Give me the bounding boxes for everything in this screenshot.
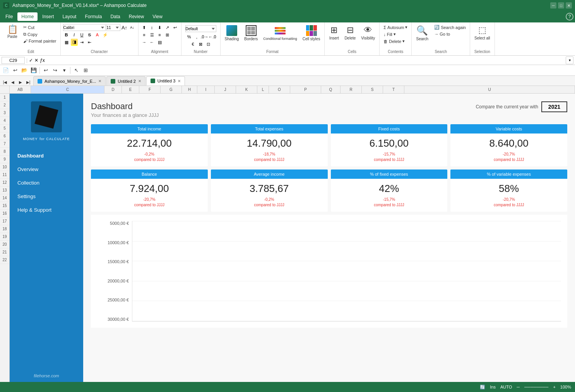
- align-indent-button[interactable]: ⇥: [79, 39, 86, 46]
- font-select[interactable]: Calibri: [63, 24, 106, 31]
- sheet-nav-next[interactable]: ▶: [17, 79, 24, 86]
- sheet-nav-prev[interactable]: ◀: [9, 79, 16, 86]
- cut-button[interactable]: ✂ Cut: [22, 24, 58, 31]
- align-left-button[interactable]: ≡: [141, 31, 148, 38]
- visibility-button[interactable]: 👁 Visibility: [359, 24, 377, 41]
- menu-file[interactable]: File: [2, 12, 17, 21]
- num-misc2[interactable]: ⊡: [205, 41, 212, 48]
- row-22[interactable]: 22: [0, 256, 9, 264]
- menu-formula[interactable]: Formula: [81, 12, 106, 21]
- row-11[interactable]: 11: [0, 171, 9, 179]
- formula-insert-function-button[interactable]: ƒx: [40, 58, 45, 63]
- formula-accept-button[interactable]: ✓: [29, 58, 33, 63]
- conditional-formatting-button[interactable]: Conditional formatting: [261, 24, 299, 42]
- row-15[interactable]: 15: [0, 202, 9, 210]
- delete-button[interactable]: ⊟ Delete: [342, 24, 358, 41]
- text-rotate-button[interactable]: ↗: [164, 24, 171, 31]
- row-10[interactable]: 10: [0, 163, 9, 171]
- row-4[interactable]: 4: [0, 117, 9, 125]
- minus-zoom[interactable]: ─: [517, 385, 520, 389]
- search-button[interactable]: 🔍 Search: [414, 24, 430, 42]
- align-bottom-button[interactable]: ⬇: [156, 24, 163, 31]
- fill-button[interactable]: ↓ Fill ▾: [382, 31, 409, 38]
- toolbar-misc[interactable]: ⊞: [81, 66, 90, 75]
- undo-list-button[interactable]: ▾: [60, 66, 68, 75]
- bold-button[interactable]: B: [63, 31, 70, 38]
- zoom-slider[interactable]: ────────: [524, 385, 548, 389]
- col-q[interactable]: Q: [321, 86, 341, 93]
- col-r[interactable]: R: [341, 86, 362, 93]
- col-f[interactable]: F: [139, 86, 161, 93]
- align-middle-button[interactable]: ↕: [149, 24, 156, 31]
- row-18[interactable]: 18: [0, 225, 9, 233]
- tab-close-untitled3[interactable]: ✕: [178, 79, 181, 83]
- row-5[interactable]: 5: [0, 125, 9, 132]
- shading-button[interactable]: Shading: [223, 24, 241, 42]
- sheet-nav-last[interactable]: ▶|: [25, 79, 32, 86]
- menu-home[interactable]: Home: [17, 12, 38, 21]
- paste-button[interactable]: 📋 Paste: [4, 24, 21, 40]
- menu-insert[interactable]: Insert: [38, 12, 58, 21]
- row-17[interactable]: 17: [0, 217, 9, 225]
- minimize-button[interactable]: ─: [550, 2, 556, 9]
- row-12[interactable]: 12: [0, 179, 9, 187]
- col-d[interactable]: D: [104, 86, 122, 93]
- col-p[interactable]: P: [290, 86, 321, 93]
- go-to-button[interactable]: → Go to: [433, 31, 467, 37]
- row-9[interactable]: 9: [0, 156, 9, 163]
- indent-less-button[interactable]: ←: [149, 39, 156, 46]
- select-all-button[interactable]: ⬚ Select all: [472, 24, 492, 41]
- menu-view[interactable]: View: [149, 12, 166, 21]
- row-6[interactable]: 6: [0, 132, 9, 140]
- row-19[interactable]: 19: [0, 233, 9, 241]
- indent-more-button[interactable]: →: [141, 39, 148, 46]
- sidebar-nav-settings[interactable]: Settings: [10, 190, 83, 203]
- save-button[interactable]: 💾: [29, 66, 38, 75]
- tab-untitled3[interactable]: Untitled 3 ✕: [146, 76, 185, 86]
- font-size-select[interactable]: 11: [106, 24, 120, 31]
- redo-button[interactable]: ↪: [51, 66, 59, 75]
- sidebar-nav-help[interactable]: Help & Support: [10, 203, 83, 217]
- sheet-nav-first[interactable]: |◀: [2, 79, 9, 86]
- strikethrough-button[interactable]: S: [86, 31, 93, 38]
- copy-button[interactable]: ⧉ Copy: [22, 31, 58, 38]
- autosum-button[interactable]: Σ Autosum ▾: [382, 24, 409, 31]
- underline-button[interactable]: U: [79, 31, 86, 38]
- sidebar-nav-overview[interactable]: Overview: [10, 163, 83, 176]
- cursor-button[interactable]: ↖: [72, 66, 80, 75]
- menu-layout[interactable]: Layout: [58, 12, 80, 21]
- maximize-button[interactable]: □: [558, 2, 564, 9]
- formula-expand-button[interactable]: ▾: [566, 56, 573, 64]
- format-painter-button[interactable]: 🖌 Format painter: [22, 38, 58, 44]
- percent-button[interactable]: %: [186, 33, 193, 40]
- row-7[interactable]: 7: [0, 140, 9, 148]
- formula-cancel-button[interactable]: ✕: [34, 58, 38, 63]
- align-center-button[interactable]: ☰: [149, 31, 156, 38]
- open-button[interactable]: 📂: [20, 66, 29, 75]
- help-button[interactable]: ?: [566, 13, 573, 21]
- col-t[interactable]: T: [383, 86, 404, 93]
- num-misc1[interactable]: ⊠: [197, 41, 204, 48]
- col-i[interactable]: I: [197, 86, 215, 93]
- wrap-text-button[interactable]: ↩: [172, 24, 179, 31]
- row-8[interactable]: 8: [0, 148, 9, 156]
- cell-styles-button[interactable]: Cell styles: [301, 24, 322, 42]
- formula-input[interactable]: [46, 58, 564, 63]
- col-c[interactable]: C: [31, 86, 104, 93]
- col-l[interactable]: L: [257, 86, 269, 93]
- window-controls[interactable]: ─ □ ✕: [550, 2, 572, 9]
- year-box[interactable]: 2021: [541, 101, 567, 112]
- thousand-sep-button[interactable]: ,: [193, 33, 200, 40]
- menu-data[interactable]: Data: [106, 12, 124, 21]
- font-color-button[interactable]: A: [94, 31, 101, 38]
- align-right-button[interactable]: ≡: [156, 31, 163, 38]
- currency-button[interactable]: €: [190, 41, 197, 48]
- sidebar-nav-dashboard[interactable]: Dashboard: [10, 149, 83, 163]
- contents-delete-button[interactable]: 🗑 Delete ▾: [382, 38, 409, 45]
- decrease-decimal-button[interactable]: ←.0: [209, 33, 216, 40]
- row-16[interactable]: 16: [0, 210, 9, 217]
- align-top-button[interactable]: ⬆: [141, 24, 148, 31]
- col-ab[interactable]: AB: [10, 86, 31, 93]
- tab-untitled2[interactable]: Untitled 2 ✕: [106, 76, 145, 86]
- tab-close-ashampoo[interactable]: ✕: [98, 79, 101, 83]
